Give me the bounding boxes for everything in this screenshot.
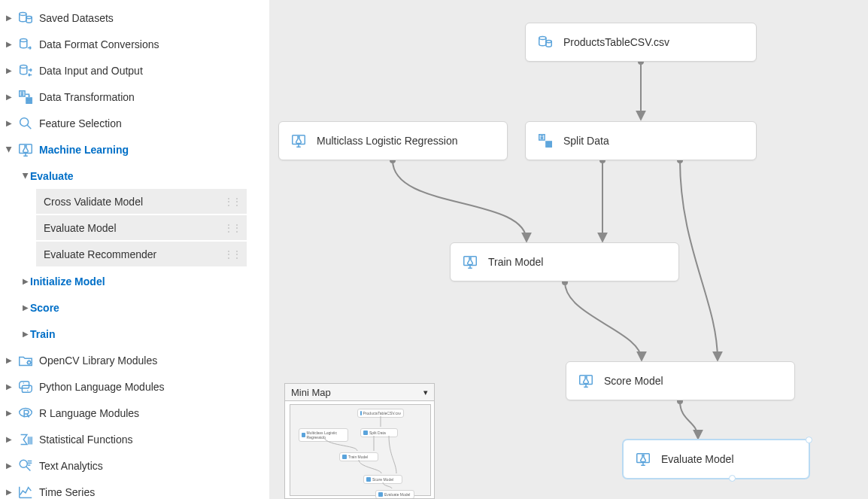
minimap[interactable]: Mini Map ▾ ProductsTableCSV.csv Multicla… bbox=[284, 383, 435, 499]
python-icon bbox=[17, 378, 35, 396]
database-icon bbox=[17, 9, 35, 27]
node-products-csv[interactable]: ProductsTableCSV.csv bbox=[525, 23, 757, 62]
chevron-right-icon: ▶ bbox=[5, 435, 14, 443]
chevron-right-icon: ▶ bbox=[5, 461, 14, 470]
svg-point-10 bbox=[27, 390, 28, 391]
r-lang-icon bbox=[17, 404, 35, 422]
sidebar-item-label: Text Analytics bbox=[39, 460, 103, 472]
sidebar-item-label: Time Series bbox=[39, 486, 95, 498]
svg-point-12 bbox=[20, 460, 27, 467]
sidebar-item-python[interactable]: ▶ Python Language Modules bbox=[0, 373, 269, 400]
minimap-node: Multiclass Logistic Regression bbox=[299, 428, 348, 442]
minimap-body[interactable]: ProductsTableCSV.csv Multiclass Logistic… bbox=[284, 401, 435, 499]
sidebar-item-data-transformation[interactable]: ▶ Data Transformation bbox=[0, 84, 269, 110]
node-train-model[interactable]: Train Model bbox=[450, 242, 679, 281]
sidebar-item-label: Data Transformation bbox=[39, 91, 135, 103]
flask-monitor-icon bbox=[17, 141, 35, 159]
sidebar-item-saved-datasets[interactable]: ▶ Saved Datasets bbox=[0, 5, 269, 31]
sidebar-item-time-series[interactable]: ▶ Time Series bbox=[0, 479, 269, 499]
magnifier-lines-icon bbox=[17, 457, 35, 475]
sidebar-item-label: Machine Learning bbox=[39, 144, 129, 156]
flask-monitor-icon bbox=[634, 450, 652, 468]
module-cross-validate-model[interactable]: Cross Validate Model ⋮⋮ bbox=[36, 189, 247, 215]
sidebar-item-evaluate[interactable]: ▶ Evaluate bbox=[0, 163, 269, 189]
folder-gear-icon bbox=[17, 351, 35, 370]
module-label: Evaluate Recommender bbox=[44, 248, 156, 260]
minimap-node: Train Model bbox=[339, 452, 378, 461]
sidebar-item-score[interactable]: ▶ Score bbox=[0, 294, 269, 321]
node-score-model[interactable]: Score Model bbox=[566, 361, 795, 400]
transform-icon bbox=[536, 132, 554, 150]
svg-point-11 bbox=[20, 408, 32, 416]
module-evaluate-recommender[interactable]: Evaluate Recommender ⋮⋮ bbox=[36, 242, 247, 268]
sidebar-item-initialize-model[interactable]: ▶ Initialize Model bbox=[0, 268, 269, 294]
chevron-down-icon: ▶ bbox=[5, 145, 14, 154]
minimap-header[interactable]: Mini Map ▾ bbox=[284, 383, 435, 401]
svg-point-6 bbox=[20, 117, 29, 126]
svg-point-19 bbox=[539, 36, 546, 39]
chevron-right-icon: ▶ bbox=[5, 66, 14, 75]
minimap-viewport[interactable] bbox=[290, 404, 431, 496]
magnifier-icon bbox=[17, 114, 35, 132]
sidebar-item-label: Score bbox=[30, 302, 59, 314]
chevron-right-icon: ▶ bbox=[5, 40, 14, 48]
module-palette-sidebar[interactable]: ▶ Saved Datasets ▶ Data Format Conversio… bbox=[0, 0, 269, 499]
svg-point-3 bbox=[20, 65, 27, 68]
sigma-icon bbox=[17, 431, 35, 449]
sidebar-item-label: Saved Datasets bbox=[39, 12, 114, 24]
minimap-node: ProductsTableCSV.csv bbox=[357, 409, 404, 418]
svg-point-20 bbox=[546, 40, 551, 42]
chevron-right-icon: ▶ bbox=[5, 382, 14, 391]
sidebar-item-r-language[interactable]: ▶ R Language Modules bbox=[0, 400, 269, 426]
sidebar-item-statistical-functions[interactable]: ▶ Statistical Functions bbox=[0, 426, 269, 452]
minimap-node: Evaluate Model bbox=[375, 490, 414, 499]
node-split-data[interactable]: Split Data bbox=[525, 121, 757, 160]
sidebar-item-label: Data Input and Output bbox=[39, 65, 143, 77]
sidebar-item-label: Feature Selection bbox=[39, 117, 122, 129]
sidebar-item-label: Train bbox=[30, 328, 55, 340]
minimap-title: Mini Map bbox=[291, 387, 331, 398]
sidebar-item-data-input-output[interactable]: ▶ Data Input and Output bbox=[0, 57, 269, 84]
chevron-down-icon: ▶ bbox=[22, 172, 30, 181]
minimap-node: Score Model bbox=[363, 475, 402, 484]
svg-point-8 bbox=[28, 361, 31, 364]
sidebar-item-label: Initialize Model bbox=[30, 275, 105, 288]
selection-handle[interactable] bbox=[806, 437, 812, 443]
chevron-right-icon: ▶ bbox=[5, 488, 14, 496]
sidebar-item-train[interactable]: ▶ Train bbox=[0, 321, 269, 347]
cylinder-io-icon bbox=[17, 62, 35, 80]
svg-point-1 bbox=[26, 16, 32, 18]
chevron-right-icon: ▶ bbox=[21, 303, 30, 312]
chevron-right-icon: ▶ bbox=[21, 277, 30, 285]
node-label: Train Model bbox=[488, 256, 543, 268]
node-evaluate-model[interactable]: Evaluate Model bbox=[623, 440, 809, 479]
sidebar-item-data-format-conversions[interactable]: ▶ Data Format Conversions bbox=[0, 31, 269, 57]
sidebar-item-label: OpenCV Library Modules bbox=[39, 354, 157, 367]
node-multiclass-logistic-regression[interactable]: Multiclass Logistic Regression bbox=[278, 121, 508, 160]
node-label: Multiclass Logistic Regression bbox=[317, 135, 458, 147]
sidebar-item-opencv[interactable]: ▶ OpenCV Library Modules bbox=[0, 347, 269, 373]
node-label: Split Data bbox=[563, 135, 609, 147]
svg-point-0 bbox=[20, 12, 26, 15]
sidebar-item-text-analytics[interactable]: ▶ Text Analytics bbox=[0, 452, 269, 479]
selection-handle[interactable] bbox=[729, 475, 736, 482]
sidebar-item-label: Data Format Conversions bbox=[39, 38, 159, 50]
transform-icon bbox=[17, 88, 35, 106]
node-label: ProductsTableCSV.csv bbox=[563, 36, 669, 48]
sidebar-item-feature-selection[interactable]: ▶ Feature Selection bbox=[0, 110, 269, 136]
sidebar-item-label: Statistical Functions bbox=[39, 434, 133, 446]
chevron-right-icon: ▶ bbox=[5, 409, 14, 417]
module-evaluate-model[interactable]: Evaluate Model ⋮⋮ bbox=[36, 215, 247, 242]
svg-point-2 bbox=[20, 38, 27, 41]
drag-grip-icon: ⋮⋮ bbox=[224, 223, 241, 233]
chevron-right-icon: ▶ bbox=[21, 330, 30, 338]
minimap-node: Split Data bbox=[360, 428, 398, 437]
sidebar-item-machine-learning[interactable]: ▶ Machine Learning bbox=[0, 136, 269, 163]
svg-point-9 bbox=[23, 382, 24, 383]
chevron-down-icon: ▾ bbox=[423, 388, 428, 397]
module-label: Evaluate Model bbox=[44, 222, 117, 234]
sidebar-item-label: Evaluate bbox=[30, 170, 74, 182]
cylinder-arrow-icon bbox=[17, 35, 35, 53]
experiment-canvas[interactable]: ProductsTableCSV.csv Multiclass Logistic… bbox=[269, 0, 868, 499]
chevron-right-icon: ▶ bbox=[5, 93, 14, 101]
